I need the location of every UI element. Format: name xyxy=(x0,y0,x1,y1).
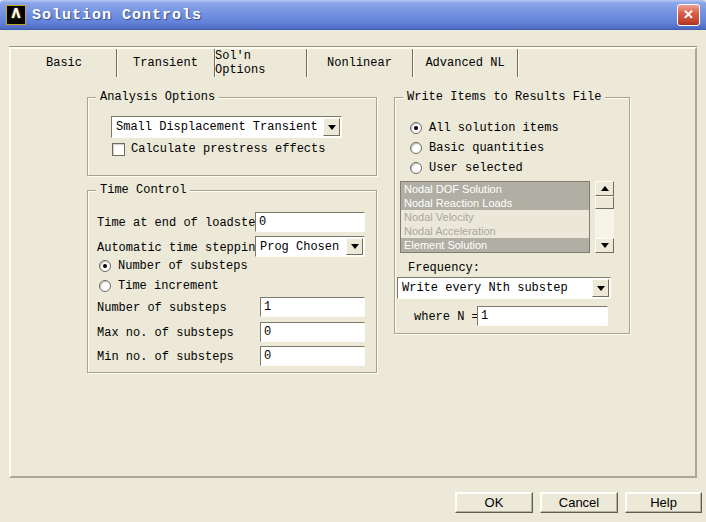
frequency-label: Frequency: xyxy=(408,261,480,275)
list-item[interactable]: Nodal DOF Solution xyxy=(401,182,589,196)
list-item-label: Nodal DOF Solution xyxy=(404,183,502,195)
write-items-title: Write Items to Results File xyxy=(403,90,605,104)
prestress-checkbox[interactable] xyxy=(112,143,125,156)
chevron-down-icon xyxy=(351,244,359,249)
list-item-label: Nodal Reaction Loads xyxy=(404,197,512,209)
analysis-type-dropdown-button[interactable] xyxy=(323,118,340,136)
triangle-up-icon xyxy=(601,186,609,191)
titlebar[interactable]: Λ Solution Controls ✕ xyxy=(0,0,706,30)
substeps-input[interactable] xyxy=(260,297,365,317)
tab-advanced-nl[interactable]: Advanced NL xyxy=(413,49,518,77)
tab-nonlinear[interactable]: Nonlinear xyxy=(307,49,413,77)
analysis-type-value: Small Displacement Transient xyxy=(112,120,322,134)
radio-time-increment-label: Time increment xyxy=(118,279,219,293)
time-end-label: Time at end of loadstep xyxy=(97,216,263,230)
tab-transient-label: Transient xyxy=(133,56,198,70)
ansys-logo-icon: Λ xyxy=(6,5,26,25)
help-button[interactable]: Help xyxy=(625,492,702,513)
radio-all-solution-items-label: All solution items xyxy=(429,121,559,135)
window-title: Solution Controls xyxy=(32,7,202,24)
list-item[interactable]: Nodal Reaction Loads xyxy=(401,196,589,210)
list-item-label: Nodal Velocity xyxy=(404,211,474,223)
analysis-type-dropdown[interactable]: Small Displacement Transient xyxy=(111,116,342,138)
tab-advanced-nl-label: Advanced NL xyxy=(425,56,504,70)
tab-strip: Basic Transient Sol'n Options Nonlinear … xyxy=(12,49,518,78)
list-item[interactable]: Nodal Acceleration xyxy=(401,224,589,238)
tab-nonlinear-label: Nonlinear xyxy=(327,56,392,70)
where-n-input[interactable] xyxy=(477,306,608,326)
cancel-button[interactable]: Cancel xyxy=(540,492,618,513)
analysis-options-title: Analysis Options xyxy=(96,90,219,104)
where-n-label: where N = xyxy=(414,310,479,324)
radio-number-of-substeps[interactable] xyxy=(99,260,111,272)
time-end-input[interactable] xyxy=(255,212,365,232)
radio-basic-quantities-label: Basic quantities xyxy=(429,141,544,155)
tab-soln-options-label: Sol'n Options xyxy=(215,49,306,77)
frequency-value: Write every Nth substep xyxy=(398,281,591,295)
radio-time-increment[interactable] xyxy=(99,280,111,292)
list-item-label: Element Solution xyxy=(404,239,487,251)
min-substeps-label: Min no. of substeps xyxy=(97,350,234,364)
tab-basic[interactable]: Basic xyxy=(12,49,117,77)
scroll-up-button[interactable] xyxy=(595,181,614,196)
min-substeps-input[interactable] xyxy=(260,346,365,366)
list-item-label: Nodal Acceleration xyxy=(404,225,496,237)
radio-number-of-substeps-label: Number of substeps xyxy=(118,259,248,273)
radio-user-selected[interactable] xyxy=(410,162,422,174)
prestress-checkbox-label: Calculate prestress effects xyxy=(131,142,325,156)
chevron-down-icon xyxy=(328,125,336,130)
scrollbar-thumb[interactable] xyxy=(595,196,614,209)
time-control-title: Time Control xyxy=(96,183,190,197)
tab-basic-label: Basic xyxy=(46,56,82,70)
tab-soln-options[interactable]: Sol'n Options xyxy=(215,49,307,77)
frequency-dropdown[interactable]: Write every Nth substep xyxy=(397,277,611,299)
auto-stepping-value: Prog Chosen xyxy=(256,240,345,254)
max-substeps-label: Max no. of substeps xyxy=(97,326,234,340)
substeps-label: Number of substeps xyxy=(97,301,227,315)
chevron-down-icon xyxy=(597,286,605,291)
ok-button[interactable]: OK xyxy=(455,492,533,513)
auto-stepping-dropdown-button[interactable] xyxy=(346,238,363,255)
scroll-down-button[interactable] xyxy=(595,238,614,253)
radio-basic-quantities[interactable] xyxy=(410,142,422,154)
listbox-scrollbar[interactable] xyxy=(595,181,614,253)
max-substeps-input[interactable] xyxy=(260,322,365,342)
frequency-dropdown-button[interactable] xyxy=(592,279,609,297)
list-item[interactable]: Element Solution xyxy=(401,238,589,252)
tab-transient[interactable]: Transient xyxy=(117,49,215,77)
close-button[interactable]: ✕ xyxy=(677,4,700,26)
radio-all-solution-items[interactable] xyxy=(410,122,422,134)
triangle-down-icon xyxy=(601,243,609,248)
auto-stepping-label: Automatic time stepping xyxy=(97,241,263,255)
radio-user-selected-label: User selected xyxy=(429,161,523,175)
list-item[interactable]: Nodal Velocity xyxy=(401,210,589,224)
solution-controls-dialog: Λ Solution Controls ✕ Basic Transient So… xyxy=(0,0,706,522)
auto-stepping-dropdown[interactable]: Prog Chosen xyxy=(255,236,365,257)
results-items-listbox[interactable]: Nodal DOF Solution Nodal Reaction Loads … xyxy=(400,181,590,253)
